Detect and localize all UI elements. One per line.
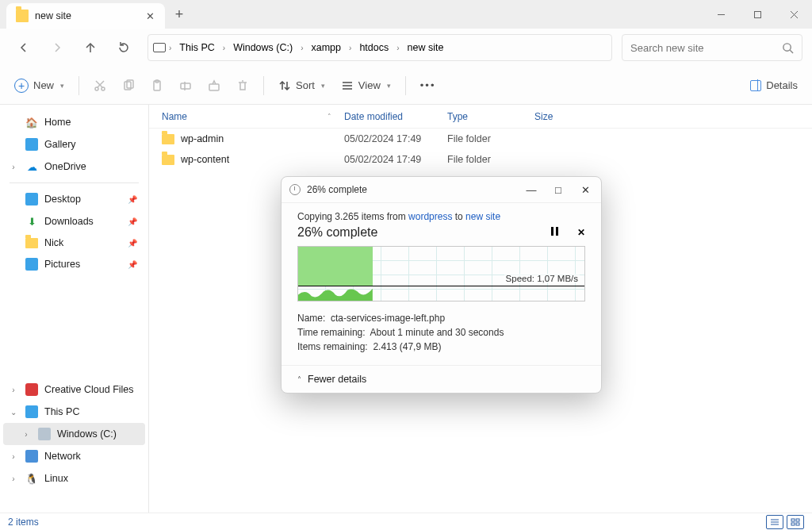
column-headers: Name˄ Date modified Type Size [149,105,812,129]
sidebar: 🏠Home Gallery ›☁OneDrive Desktop📌 ⬇Downl… [0,105,149,513]
nav-back-button[interactable] [10,33,38,62]
home-icon: 🏠 [25,116,38,129]
search-box[interactable] [622,34,802,61]
item-count: 2 items [8,517,39,528]
chevron-right-icon[interactable]: › [396,44,399,52]
view-details-toggle[interactable] [766,515,783,529]
svg-rect-28 [796,519,799,521]
delete-button[interactable] [230,72,255,99]
expand-icon[interactable]: › [8,163,19,171]
copy-time-remaining: Time remaining: About 1 minute and 30 se… [297,325,585,340]
svg-point-8 [102,87,105,90]
copy-button[interactable] [116,72,141,99]
gallery-icon [25,138,38,151]
breadcrumb-segment[interactable]: new site [403,39,449,56]
sidebar-item-label: Nick [44,237,63,248]
column-label: Name [162,111,187,122]
new-tab-button[interactable]: + [165,0,193,29]
window-close-button[interactable] [776,0,812,29]
downloads-icon: ⬇ [25,215,38,228]
new-button[interactable]: + New ▾ [8,72,71,99]
folder-icon [25,238,38,248]
breadcrumb-segment[interactable]: htdocs [354,39,393,56]
folder-icon [162,134,174,144]
svg-rect-30 [796,523,799,525]
fewer-details-button[interactable]: ˄ Fewer details [282,365,601,393]
view-icons-toggle[interactable] [787,515,804,529]
paste-button[interactable] [144,72,170,99]
separator [263,76,264,95]
sidebar-item-onedrive[interactable]: ›☁OneDrive [3,156,145,178]
sort-indicator-icon: ˄ [327,113,331,121]
breadcrumb-segment[interactable]: This PC [174,39,219,56]
sidebar-item-downloads[interactable]: ⬇Downloads📌 [3,210,145,232]
details-pane-button[interactable]: Details [744,72,804,99]
sidebar-item-creative-cloud[interactable]: ›Creative Cloud Files [3,378,145,401]
drive-icon [38,428,51,440]
tab-close-button[interactable]: ✕ [144,10,155,21]
chevron-right-icon[interactable]: › [301,44,303,52]
more-button[interactable]: ••• [414,72,442,99]
cancel-button[interactable]: ✕ [577,227,585,238]
sort-button[interactable]: Sort ▾ [272,72,331,99]
expand-icon[interactable]: › [8,386,19,394]
breadcrumb-segment[interactable]: Windows (C:) [228,39,297,56]
share-button[interactable] [201,72,227,99]
column-header-type[interactable]: Type [441,111,528,122]
sidebar-item-pictures[interactable]: Pictures📌 [3,253,145,275]
address-bar[interactable]: › This PC › Windows (C:) › xampp › htdoc… [147,34,612,61]
nav-forward-button[interactable] [43,33,71,62]
column-header-date[interactable]: Date modified [338,111,441,122]
search-icon [782,42,794,54]
copy-source-link[interactable]: wordpress [408,211,452,222]
sidebar-item-network[interactable]: ›Network [3,445,145,467]
expand-icon[interactable]: › [8,474,19,483]
column-header-size[interactable]: Size [528,111,576,122]
sidebar-item-gallery[interactable]: Gallery [3,133,145,156]
copy-dest-link[interactable]: new site [465,211,500,222]
sidebar-item-label: OneDrive [44,161,86,172]
pause-button[interactable] [551,227,558,238]
nav-up-button[interactable] [76,33,105,62]
dialog-maximize-button[interactable]: □ [550,182,566,198]
breadcrumb-segment[interactable]: xampp [307,39,347,56]
file-type: File folder [441,154,528,165]
expand-icon[interactable]: › [21,430,32,439]
chevron-right-icon[interactable]: › [169,44,171,52]
cut-button[interactable] [87,72,113,99]
sidebar-item-label: Desktop [44,194,81,205]
sidebar-item-desktop[interactable]: Desktop📌 [3,188,145,210]
svg-point-7 [95,87,98,90]
window-minimize-button[interactable] [703,0,739,29]
window-tab[interactable]: new site ✕ [6,3,165,29]
rename-button[interactable] [173,72,198,99]
search-input[interactable] [630,42,776,54]
network-icon [25,450,38,463]
nav-refresh-button[interactable] [109,33,138,62]
expand-icon[interactable]: › [8,452,19,461]
sidebar-item-user[interactable]: Nick📌 [3,232,145,253]
dialog-minimize-button[interactable]: — [523,182,539,198]
window-maximize-button[interactable] [739,0,776,29]
sidebar-item-label: Windows (C:) [57,428,117,440]
column-header-name[interactable]: Name˄ [155,111,338,122]
sidebar-item-windows-c[interactable]: ›Windows (C:) [3,423,145,445]
desktop-icon [25,193,38,205]
dialog-titlebar[interactable]: 26% complete — □ ✕ [282,177,601,202]
chevron-right-icon[interactable]: › [223,44,225,52]
chevron-right-icon[interactable]: › [349,44,351,52]
clock-icon [289,184,301,195]
svg-rect-29 [791,523,795,525]
collapse-icon[interactable]: ⌄ [8,408,19,417]
sidebar-item-this-pc[interactable]: ⌄This PC [3,401,145,423]
sidebar-item-linux[interactable]: ›🐧Linux [3,467,145,490]
separator [79,76,79,95]
sort-label: Sort [296,79,315,91]
table-row[interactable]: wp-admin 05/02/2024 17:49 File folder [149,129,812,149]
tab-title: new site [35,10,138,21]
chevron-down-icon: ▾ [60,82,64,90]
view-button[interactable]: View ▾ [335,72,397,99]
dialog-close-button[interactable]: ✕ [577,182,593,198]
table-row[interactable]: wp-content 05/02/2024 17:49 File folder [149,149,812,170]
sidebar-item-home[interactable]: 🏠Home [3,111,145,133]
